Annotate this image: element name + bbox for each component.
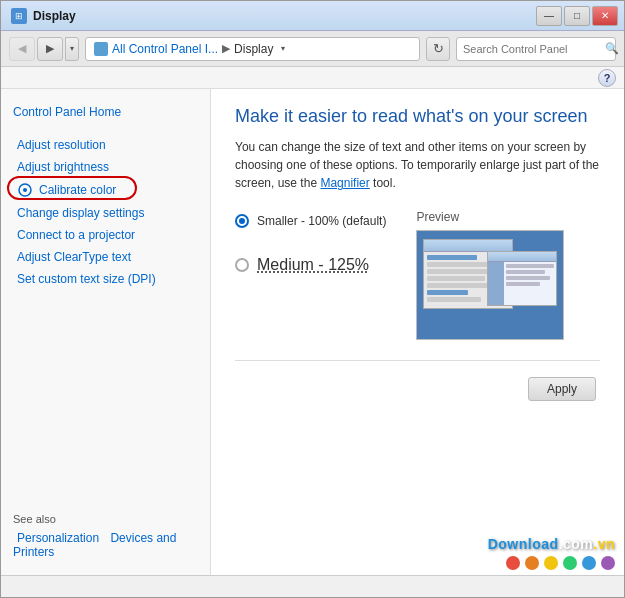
content-area: Control Panel Home Adjust resolution Adj… xyxy=(1,89,624,575)
sidebar: Control Panel Home Adjust resolution Adj… xyxy=(1,89,211,575)
main-desc-text1: You can change the size of text and othe… xyxy=(235,140,599,190)
main-description: You can change the size of text and othe… xyxy=(235,138,600,192)
sidebar-item-adjust-cleartype[interactable]: Adjust ClearType text xyxy=(13,247,198,267)
search-input[interactable] xyxy=(463,43,601,55)
sidebar-item-adjust-resolution[interactable]: Adjust resolution xyxy=(13,135,198,155)
back-button[interactable]: ◀ xyxy=(9,37,35,61)
radio-smaller-label: Smaller - 100% (default) xyxy=(257,214,386,228)
calibrate-color-label: Calibrate color xyxy=(39,183,116,197)
nav-buttons: ◀ ▶ ▾ xyxy=(9,37,79,61)
sidebar-item-custom-text-size[interactable]: Set custom text size (DPI) xyxy=(13,269,198,289)
preview-c-row-3 xyxy=(506,276,549,280)
see-also-title: See also xyxy=(13,513,198,525)
status-bar xyxy=(1,575,624,597)
window-icon: ⊞ xyxy=(11,8,27,24)
sidebar-see-also: See also Personalization Devices and Pri… xyxy=(13,513,198,559)
main-desc-text2: tool. xyxy=(370,176,396,190)
window-title: Display xyxy=(33,9,76,23)
main-panel: Make it easier to read what's on your sc… xyxy=(211,89,624,575)
close-button[interactable]: ✕ xyxy=(592,6,618,26)
preview-row-7 xyxy=(427,297,480,302)
divider xyxy=(235,360,600,361)
breadcrumb-current: Display xyxy=(234,42,273,56)
radio-medium-btn[interactable] xyxy=(235,258,249,272)
sidebar-home-link[interactable]: Control Panel Home xyxy=(13,105,198,119)
preview-sidebar xyxy=(488,262,504,305)
preview-c-row-4 xyxy=(506,282,540,286)
title-bar-left: ⊞ Display xyxy=(11,8,76,24)
preview-content xyxy=(504,262,556,305)
preview-label: Preview xyxy=(416,210,459,224)
preview-image xyxy=(416,230,564,340)
help-icon[interactable]: ? xyxy=(598,69,616,87)
search-icon[interactable]: 🔍 xyxy=(605,42,619,55)
title-bar: ⊞ Display — □ ✕ xyxy=(1,1,624,31)
breadcrumb-dropdown-arrow[interactable]: ▾ xyxy=(281,44,285,53)
preview-c-row-2 xyxy=(506,270,544,274)
sidebar-item-adjust-brightness[interactable]: Adjust brightness xyxy=(13,157,198,177)
maximize-button[interactable]: □ xyxy=(564,6,590,26)
breadcrumb-bar: All Control Panel I... ▶ Display ▾ xyxy=(85,37,420,61)
minimize-button[interactable]: — xyxy=(536,6,562,26)
sidebar-item-change-display[interactable]: Change display settings xyxy=(13,203,198,223)
preview-row-3 xyxy=(427,269,493,274)
radio-options: Smaller - 100% (default) Medium - 125% xyxy=(235,210,386,274)
preview-c-row-1 xyxy=(506,264,554,268)
sidebar-item-connect-projector[interactable]: Connect to a projector xyxy=(13,225,198,245)
preview-inner xyxy=(417,231,563,339)
search-bar: 🔍 xyxy=(456,37,616,61)
main-title: Make it easier to read what's on your sc… xyxy=(235,105,600,128)
radio-option-medium[interactable]: Medium - 125% xyxy=(235,256,386,274)
preview-section: Preview xyxy=(416,210,564,340)
radio-option-smaller[interactable]: Smaller - 100% (default) xyxy=(235,214,386,228)
breadcrumb-separator: ▶ xyxy=(222,42,230,55)
sidebar-item-calibrate-color[interactable]: Calibrate color xyxy=(13,179,198,201)
svg-point-1 xyxy=(23,188,27,192)
radio-medium-label: Medium - 125% xyxy=(257,256,369,274)
address-bar: ◀ ▶ ▾ All Control Panel I... ▶ Display ▾… xyxy=(1,31,624,67)
preview-row-1 xyxy=(427,255,476,260)
calibrate-color-icon xyxy=(17,182,33,198)
radio-section: Smaller - 100% (default) Medium - 125% P… xyxy=(235,210,600,340)
help-row: ? xyxy=(1,67,624,89)
breadcrumb-path[interactable]: All Control Panel I... xyxy=(112,42,218,56)
title-controls: — □ ✕ xyxy=(536,6,618,26)
sidebar-nav: Adjust resolution Adjust brightness Cali… xyxy=(13,135,198,493)
preview-row-6 xyxy=(427,290,468,295)
forward-button[interactable]: ▶ xyxy=(37,37,63,61)
preview-row-4 xyxy=(427,276,484,281)
apply-button[interactable]: Apply xyxy=(528,377,596,401)
control-panel-window: ⊞ Display — □ ✕ ◀ ▶ ▾ All Control Panel … xyxy=(0,0,625,598)
radio-smaller-btn[interactable] xyxy=(235,214,249,228)
apply-row: Apply xyxy=(235,377,600,401)
refresh-button[interactable]: ↻ xyxy=(426,37,450,61)
nav-dropdown[interactable]: ▾ xyxy=(65,37,79,61)
preview-w2-title xyxy=(488,252,556,262)
magnifier-link[interactable]: Magnifier xyxy=(320,176,369,190)
preview-window-2 xyxy=(487,251,557,306)
breadcrumb-icon xyxy=(94,42,108,56)
